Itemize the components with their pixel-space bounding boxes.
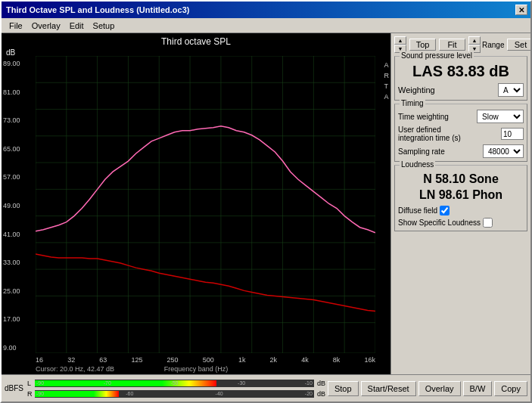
y-label-1: 81.00 xyxy=(3,88,20,96)
y-label-0: 89.00 xyxy=(3,60,20,67)
x-label-2: 63 xyxy=(99,356,107,364)
loudness-sone: N 58.10 Sone xyxy=(398,172,524,188)
l-tick-3: -30 xyxy=(238,380,245,386)
r-meter-row: R -90 -60 -40 -20 dB xyxy=(27,389,325,398)
y-label-9: 17.00 xyxy=(3,315,20,323)
copy-button[interactable]: Copy xyxy=(494,381,527,396)
r-tick-0: -90 xyxy=(36,391,44,396)
x-label-8: 4k xyxy=(301,356,309,364)
r-meter-ticks: -90 -60 -40 -20 xyxy=(35,390,314,398)
r-label: R xyxy=(27,390,33,398)
right-panel: ▲ ▼ Top Fit ▲ ▼ Range Set Sound pressure… xyxy=(390,33,530,374)
y-label-5: 49.00 xyxy=(3,202,20,209)
menu-edit[interactable]: Edit xyxy=(65,20,89,32)
l-tick-4: -10 xyxy=(305,380,313,386)
x-label-5: 500 xyxy=(203,356,214,364)
x-axis: 16 32 63 125 250 500 1k 2k 4k 8k 16k xyxy=(36,356,375,364)
r-meter: -90 -60 -40 -20 xyxy=(35,390,314,398)
x-label-9: 8k xyxy=(333,356,341,364)
start-reset-button[interactable]: Start/Reset xyxy=(361,381,416,396)
cursor-label: Cursor: 20.0 Hz, 42.47 dB xyxy=(36,365,114,373)
y-label-3: 65.00 xyxy=(3,145,20,153)
menu-file[interactable]: File xyxy=(5,20,27,32)
y-label-8: 25.00 xyxy=(3,287,20,295)
y-label-4: 57.00 xyxy=(3,173,20,181)
specific-loudness-row: Show Specific Loudness xyxy=(398,218,524,228)
main-window: Third Octave SPL and Loudness (Untitled.… xyxy=(0,0,532,403)
y-axis: 89.00 81.00 73.00 65.00 57.00 49.00 41.0… xyxy=(3,60,20,352)
menu-bar: File Overlay Edit Setup xyxy=(2,18,530,33)
db-label: dB xyxy=(6,48,15,57)
integration-label: User definedintegration time (s) xyxy=(398,126,461,142)
spl-value: LAS 83.83 dB xyxy=(398,63,524,80)
loudness-phon: LN 98.61 Phon xyxy=(398,188,524,203)
menu-setup[interactable]: Setup xyxy=(89,20,120,32)
window-title: Third Octave SPL and Loudness (Untitled.… xyxy=(6,5,189,14)
l-db-label: dB xyxy=(317,380,325,387)
main-content: Third octave SPL dB 89.00 81.00 73.00 65… xyxy=(2,33,530,374)
l-meter-row: L -90 -70 -50 -30 -10 dB xyxy=(27,379,325,388)
weighting-label: Weighting xyxy=(398,85,435,95)
weighting-row: Weighting A C Z xyxy=(398,83,524,97)
range-label: Range xyxy=(482,41,504,49)
specific-label: Show Specific Loudness xyxy=(398,219,481,227)
time-weighting-label: Time weighting xyxy=(398,113,449,121)
sampling-select[interactable]: 48000 44100 xyxy=(483,144,524,158)
overlay-button[interactable]: Overlay xyxy=(418,381,461,396)
integration-row: User definedintegration time (s) xyxy=(398,126,524,142)
y-label-10: 9.00 xyxy=(3,344,20,352)
r-tick-3: -20 xyxy=(305,391,313,396)
sampling-row: Sampling rate 48000 44100 xyxy=(398,144,524,158)
freq-label: Frequency band (Hz) xyxy=(164,365,229,373)
set-button[interactable]: Set xyxy=(507,39,530,51)
top-controls: ▲ ▼ Top Fit ▲ ▼ Range Set xyxy=(394,36,527,53)
close-button[interactable]: ✕ xyxy=(515,5,527,15)
y-label-2: 73.00 xyxy=(3,116,20,124)
chart-canvas[interactable] xyxy=(36,56,375,353)
loudness-value: N 58.10 Sone LN 98.61 Phon xyxy=(398,172,524,203)
spl-section-title: Sound pressure level xyxy=(400,51,474,60)
l-tick-0: -90 xyxy=(36,380,44,386)
spl-section: Sound pressure level LAS 83.83 dB Weight… xyxy=(394,56,527,101)
x-label-0: 16 xyxy=(36,356,43,364)
level-meter: L -90 -70 -50 -30 -10 dB R xyxy=(27,379,325,398)
x-label-7: 2k xyxy=(270,356,278,364)
time-weighting-row: Time weighting Slow Fast Impulse xyxy=(398,110,524,123)
weighting-select[interactable]: A C Z xyxy=(498,83,524,97)
top-arrows: ▲ ▼ xyxy=(394,36,406,53)
x-label-10: 16k xyxy=(364,356,375,364)
x-label-1: 32 xyxy=(67,356,75,364)
x-label-4: 250 xyxy=(167,356,179,364)
l-meter: -90 -70 -50 -30 -10 xyxy=(35,380,314,387)
fit-button[interactable]: Fit xyxy=(439,39,465,51)
r-db-label: dB xyxy=(317,390,325,398)
bottom-bar: dBFS L -90 -70 -50 -30 -10 dB R xyxy=(2,374,530,401)
x-label-3: 125 xyxy=(131,356,142,364)
diffuse-label: Diffuse field xyxy=(398,206,437,215)
top-up-arrow[interactable]: ▲ xyxy=(394,36,406,45)
integration-input[interactable] xyxy=(501,128,524,140)
range-up-arrow[interactable]: ▲ xyxy=(468,36,481,45)
y-label-6: 41.00 xyxy=(3,231,20,238)
bw-button[interactable]: B/W xyxy=(463,381,493,396)
chart-title: Third octave SPL xyxy=(2,36,390,47)
l-meter-ticks: -90 -70 -50 -30 -10 xyxy=(35,380,314,387)
menu-overlay[interactable]: Overlay xyxy=(27,20,65,32)
chart-svg xyxy=(36,56,375,353)
top-button[interactable]: Top xyxy=(409,39,436,51)
sampling-label: Sampling rate xyxy=(398,147,445,156)
x-label-6: 1k xyxy=(238,356,246,364)
diffuse-checkbox[interactable] xyxy=(440,206,450,215)
timing-section-title: Timing xyxy=(400,99,425,107)
dbfs-label: dBFS xyxy=(5,384,23,392)
l-tick-2: -50 xyxy=(170,380,178,386)
title-bar: Third Octave SPL and Loudness (Untitled.… xyxy=(2,2,530,18)
loudness-section-title: Loudness xyxy=(400,160,435,169)
stop-button[interactable]: Stop xyxy=(328,381,359,396)
chart-area: Third octave SPL dB 89.00 81.00 73.00 65… xyxy=(2,33,390,374)
y-label-7: 33.00 xyxy=(3,259,20,266)
loudness-section: Loudness N 58.10 Sone LN 98.61 Phon Diff… xyxy=(394,165,527,231)
specific-checkbox[interactable] xyxy=(483,218,493,228)
l-label: L xyxy=(27,380,33,387)
time-weighting-select[interactable]: Slow Fast Impulse xyxy=(477,110,524,123)
